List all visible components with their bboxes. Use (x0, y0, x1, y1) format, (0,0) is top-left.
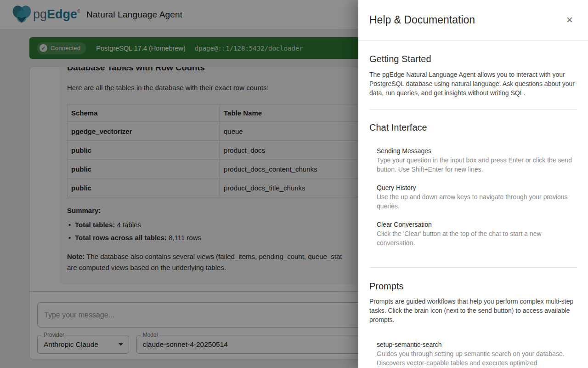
app-window: pgEdge® Natural Language Agent ✓ Connect… (0, 0, 588, 368)
help-item-desc: Type your question in the input box and … (377, 155, 577, 174)
help-item-desc: Guides you through setting up semantic s… (377, 349, 577, 368)
help-item-desc: Click the 'Clear' button at the top of t… (377, 229, 577, 247)
help-panel: Help & Documentation ✕ Getting Started T… (358, 0, 588, 368)
help-item-title: setup-semantic-search (377, 340, 577, 349)
help-item-title: Query History (377, 183, 577, 192)
section-heading-chat-interface: Chat Interface (369, 121, 577, 134)
help-panel-header: Help & Documentation ✕ (358, 0, 588, 40)
help-item-title: Sending Messages (377, 146, 577, 155)
prompts-items: setup-semantic-search Guides you through… (377, 340, 577, 368)
prompts-text: Prompts are guided workflows that help y… (369, 297, 577, 324)
getting-started-text: The pgEdge Natural Language Agent allows… (369, 70, 577, 98)
help-item-title: Clear Conversation (377, 220, 577, 229)
divider (369, 109, 577, 109)
help-panel-body[interactable]: Getting Started The pgEdge Natural Langu… (358, 40, 588, 368)
help-panel-title: Help & Documentation (369, 14, 560, 26)
section-heading-prompts: Prompts (369, 280, 577, 293)
close-icon[interactable]: ✕ (560, 11, 579, 29)
section-heading-getting-started: Getting Started (369, 52, 577, 65)
help-item-desc: Use the up and down arrow keys to naviga… (377, 192, 577, 211)
chat-interface-items: Sending Messages Type your question in t… (377, 146, 577, 247)
divider (369, 267, 577, 268)
